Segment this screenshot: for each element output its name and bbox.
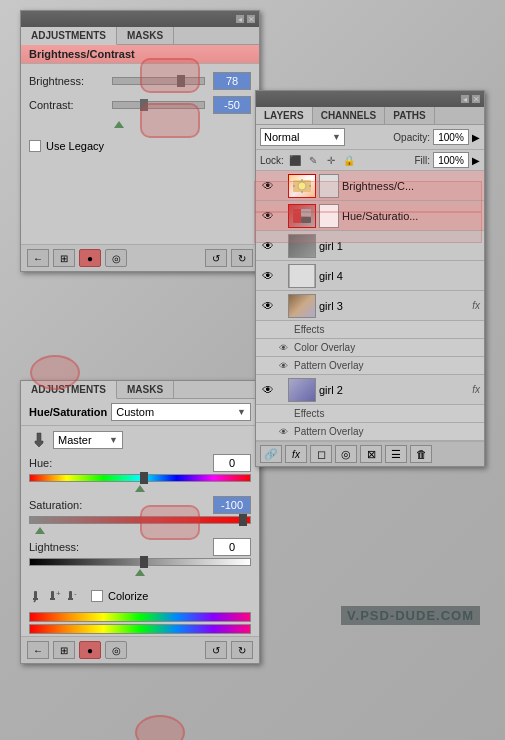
layer-hue-eye[interactable]: 👁 xyxy=(260,208,276,224)
hue-toolbar-grid-btn[interactable]: ⊞ xyxy=(53,641,75,659)
layer-brightness[interactable]: 👁 Brightness/C... xyxy=(256,171,484,201)
hue-toolbar-circle-btn[interactable]: ● xyxy=(79,641,101,659)
preset-dropdown[interactable]: Custom ▼ xyxy=(111,403,251,421)
hue-value[interactable]: 0 xyxy=(213,454,251,472)
collapse-icon[interactable]: ◂ xyxy=(236,15,244,23)
hue-toolbar: ← ⊞ ● ◎ ↺ ↻ xyxy=(21,636,259,663)
opacity-value[interactable]: 100% xyxy=(433,129,469,145)
add-layer-style-btn[interactable]: fx xyxy=(285,445,307,463)
tab-adjustments-top[interactable]: ADJUSTMENTS xyxy=(21,27,117,45)
toolbar-back-btn[interactable]: ← xyxy=(27,249,49,267)
eye-pattern-overlay-g2[interactable]: 👁 xyxy=(276,425,290,439)
master-row: Master ▼ xyxy=(21,426,259,454)
layers-close-icon[interactable]: ✕ xyxy=(472,95,480,103)
lock-pixels-icon[interactable]: ⬛ xyxy=(288,153,302,167)
lock-position-icon[interactable]: ✎ xyxy=(306,153,320,167)
layer-girl4-thumb xyxy=(288,264,316,288)
blend-mode-dropdown[interactable]: Normal ▼ xyxy=(260,128,345,146)
brightness-value[interactable]: 78 xyxy=(213,72,251,90)
lock-move-icon[interactable]: ✛ xyxy=(324,153,338,167)
layer-girl4[interactable]: 👁 girl 4 xyxy=(256,261,484,291)
saturation-value[interactable]: -100 xyxy=(213,496,251,514)
add-mask-btn[interactable]: ◻ xyxy=(310,445,332,463)
contrast-slider-track[interactable] xyxy=(112,101,205,109)
contrast-slider-container xyxy=(108,101,209,109)
fill-row: Fill: 100% ▶ xyxy=(414,152,480,168)
tab-channels[interactable]: CHANNELS xyxy=(313,107,386,124)
layer-hue-saturation[interactable]: 👁 Hue/Saturatio... xyxy=(256,201,484,231)
eye-pattern-overlay-g3[interactable]: 👁 xyxy=(276,359,290,373)
contrast-label: Contrast: xyxy=(29,99,104,111)
brightness-slider-track[interactable] xyxy=(112,77,205,85)
svg-rect-1 xyxy=(33,598,38,600)
watermark: V.PSD-DUDE.COM xyxy=(341,606,480,625)
opacity-row: Opacity: 100% ▶ xyxy=(393,129,480,145)
eyedropper-minus-icon[interactable]: - xyxy=(65,589,79,603)
lightness-value[interactable]: 0 xyxy=(213,538,251,556)
lightness-triangle xyxy=(135,569,145,576)
toolbar-grid-btn[interactable]: ⊞ xyxy=(53,249,75,267)
lightness-slider-track[interactable] xyxy=(29,558,251,566)
lightness-slider-thumb[interactable] xyxy=(140,556,148,568)
layer-brightness-eye[interactable]: 👁 xyxy=(260,178,276,194)
eyedropper-icon[interactable] xyxy=(29,589,43,603)
brightness-slider-thumb[interactable] xyxy=(177,75,185,87)
saturation-slider-track[interactable] xyxy=(29,516,251,524)
brightness-contrast-panel: ◂ ✕ ADJUSTMENTS MASKS Brightness/Contras… xyxy=(20,10,260,272)
svg-point-10 xyxy=(298,182,306,190)
layer-girl3[interactable]: 👁 girl 3 fx xyxy=(256,291,484,321)
hue-slider-track[interactable] xyxy=(29,474,251,482)
colorize-checkbox[interactable] xyxy=(91,590,103,602)
fill-value[interactable]: 100% xyxy=(433,152,469,168)
tab-masks-top[interactable]: MASKS xyxy=(117,27,174,44)
layers-collapse-icon[interactable]: ◂ xyxy=(461,95,469,103)
master-dropdown[interactable]: Master ▼ xyxy=(53,431,123,449)
tab-adjustments-bottom[interactable]: ADJUSTMENTS xyxy=(21,381,117,399)
contrast-slider-thumb[interactable] xyxy=(140,99,148,111)
layer-girl3-thumb xyxy=(288,294,316,318)
toolbar-reset-btn[interactable]: ↺ xyxy=(205,249,227,267)
saturation-triangle-area xyxy=(29,526,251,534)
toolbar-eye-btn[interactable]: ◎ xyxy=(105,249,127,267)
eyedropper-plus-icon[interactable]: + xyxy=(47,589,61,603)
layer-girl2-pattern-overlay: 👁 Pattern Overlay xyxy=(256,423,484,441)
hue-triangle-area xyxy=(29,484,251,492)
saturation-slider-thumb[interactable] xyxy=(239,514,247,526)
toolbar-circle-btn[interactable]: ● xyxy=(79,249,101,267)
layer-girl3-eye[interactable]: 👁 xyxy=(260,298,276,314)
new-fill-adj-btn[interactable]: ◎ xyxy=(335,445,357,463)
hue-toolbar-eye-btn[interactable]: ◎ xyxy=(105,641,127,659)
tab-masks-bottom[interactable]: MASKS xyxy=(117,381,174,398)
layer-girl4-eye[interactable]: 👁 xyxy=(260,268,276,284)
hue-slider-thumb[interactable] xyxy=(140,472,148,484)
new-layer-btn[interactable]: ☰ xyxy=(385,445,407,463)
hue-toolbar-back-btn[interactable]: ← xyxy=(27,641,49,659)
brightness-body: Brightness: 78 Contrast: -50 xyxy=(21,64,259,164)
panel-titlebar-top: ◂ ✕ xyxy=(21,11,259,27)
preset-dropdown-arrow: ▼ xyxy=(237,407,246,417)
hue-toolbar-reset-btn[interactable]: ↺ xyxy=(205,641,227,659)
contrast-value[interactable]: -50 xyxy=(213,96,251,114)
hue-toolbar-redo-btn[interactable]: ↻ xyxy=(231,641,253,659)
tab-layers[interactable]: LAYERS xyxy=(256,107,313,124)
new-group-btn[interactable]: ⊠ xyxy=(360,445,382,463)
lock-all-icon[interactable]: 🔒 xyxy=(342,153,356,167)
tab-paths[interactable]: PATHS xyxy=(385,107,434,124)
girl2-effects-label: Effects xyxy=(294,408,324,419)
layer-girl2[interactable]: 👁 girl 2 fx xyxy=(256,375,484,405)
close-icon[interactable]: ✕ xyxy=(247,15,255,23)
svg-text:-: - xyxy=(74,589,77,598)
toolbar-redo-btn[interactable]: ↻ xyxy=(231,249,253,267)
layer-girl1-eye[interactable]: 👁 xyxy=(260,238,276,254)
svg-rect-7 xyxy=(68,598,73,600)
lock-label: Lock: xyxy=(260,155,284,166)
link-layers-btn[interactable]: 🔗 xyxy=(260,445,282,463)
hue-hand-icon[interactable] xyxy=(29,430,49,450)
eye-color-overlay[interactable]: 👁 xyxy=(276,341,290,355)
colorize-label: Colorize xyxy=(108,590,148,602)
layer-girl1[interactable]: 👁 girl 1 xyxy=(256,231,484,261)
legacy-checkbox[interactable] xyxy=(29,140,41,152)
svg-rect-15 xyxy=(293,209,301,223)
layer-girl2-eye[interactable]: 👁 xyxy=(260,382,276,398)
delete-layer-btn[interactable]: 🗑 xyxy=(410,445,432,463)
